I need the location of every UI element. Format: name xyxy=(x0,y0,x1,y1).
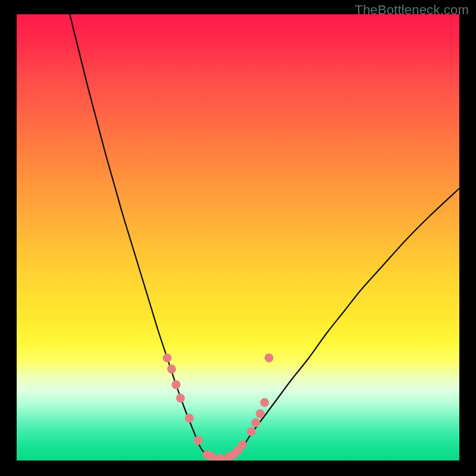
marker-dot xyxy=(238,440,247,449)
marker-dot xyxy=(176,394,185,403)
chart-svg xyxy=(17,14,459,461)
watermark-text: TheBottleneck.com xyxy=(355,2,469,18)
marker-dot xyxy=(256,409,265,418)
marker-dot xyxy=(163,353,172,362)
marker-dot xyxy=(247,427,256,436)
marker-dot xyxy=(260,398,269,407)
marker-dot xyxy=(194,436,203,445)
marker-dot xyxy=(167,365,176,374)
chart-area xyxy=(17,14,459,461)
marker-dot xyxy=(185,414,194,422)
marker-dot xyxy=(251,418,260,427)
right-curve-path xyxy=(234,189,459,456)
marker-dot xyxy=(216,454,225,461)
marker-dot xyxy=(265,353,274,362)
marker-dot xyxy=(171,380,180,389)
left-curve-path xyxy=(70,14,207,456)
marker-group xyxy=(163,353,274,461)
